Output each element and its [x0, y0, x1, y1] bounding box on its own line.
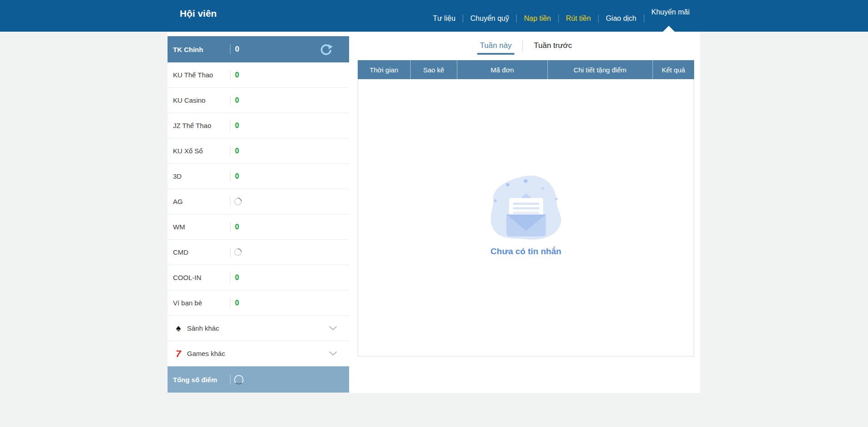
- refresh-icon[interactable]: [319, 43, 333, 57]
- loading-spinner: [233, 247, 244, 258]
- divider: [230, 171, 230, 181]
- balance-label: CMD: [173, 248, 230, 256]
- balance-label: JZ Thể Thao: [173, 122, 230, 129]
- balance-sidebar: TK Chính 0 KU Thể Thao 0 KU Casino 0 JZ …: [168, 36, 349, 393]
- balance-label: KU Xổ Số: [173, 147, 230, 155]
- balance-row-vi-ban-be: Ví bạn bè 0: [168, 290, 349, 316]
- tab-tuan-nay[interactable]: Tuần này: [479, 38, 513, 57]
- top-nav: Tư liệu Chuyển quỹ Nạp tiền Rút tiền Gia…: [426, 14, 697, 23]
- column-sao-ke: Sao kê: [411, 60, 457, 79]
- table-header: Thời gian Sao kê Mã đơn Chi tiết tặng đi…: [358, 60, 694, 79]
- column-ma-don: Mã đơn: [457, 60, 548, 79]
- top-header: Hội viên Tư liệu Chuyển quỹ Nạp tiền Rút…: [0, 0, 868, 32]
- divider: [230, 146, 230, 156]
- balance-label: KU Casino: [173, 96, 230, 104]
- balance-value: 0: [235, 71, 239, 79]
- balance-value: 0: [235, 274, 239, 282]
- balance-row-ku-the-thao: KU Thể Thao 0: [168, 62, 349, 88]
- column-chi-tiet-tang-diem: Chi tiết tặng điểm: [548, 60, 653, 79]
- divider: [230, 222, 230, 232]
- balance-label: KU Thể Thao: [173, 71, 230, 79]
- table-body: Chưa có tin nhắn: [358, 79, 694, 356]
- balance-row-wm: WM 0: [168, 214, 349, 240]
- nav-item-rut-tien[interactable]: Rút tiền: [559, 14, 599, 23]
- balance-value: 0: [235, 147, 239, 155]
- balance-value: 0: [235, 96, 239, 104]
- spade-icon: ♠: [173, 323, 183, 333]
- total-points-label: Tổng số điểm: [173, 376, 230, 384]
- column-ket-qua: Kết quả: [653, 60, 694, 79]
- active-nav-indicator: [663, 26, 675, 32]
- balance-row-cmd: CMD: [168, 240, 349, 265]
- divider: [230, 121, 230, 131]
- balance-row-ku-xo-so: KU Xổ Số 0: [168, 138, 349, 164]
- chevron-down-icon: [329, 324, 337, 332]
- divider: [230, 375, 230, 384]
- main-panel: TK Chính 0 KU Thể Thao 0 KU Casino 0 JZ …: [168, 32, 700, 393]
- balance-label: COOL-IN: [173, 274, 230, 281]
- divider: [230, 247, 230, 257]
- chevron-down-icon: [329, 350, 337, 358]
- balance-value: 0: [235, 122, 239, 130]
- empty-state: Chưa có tin nhắn: [486, 173, 566, 256]
- expander-sanh-khac[interactable]: ♠ Sảnh khác: [168, 316, 349, 341]
- expander-label: Games khác: [187, 350, 225, 357]
- nav-item-chuyen-quy[interactable]: Chuyển quỹ: [463, 14, 517, 23]
- divider: [523, 41, 523, 52]
- divider: [230, 95, 230, 105]
- balance-value: 0: [235, 299, 239, 307]
- column-thoi-gian: Thời gian: [358, 60, 411, 79]
- nav-item-tu-lieu[interactable]: Tư liệu: [426, 14, 463, 23]
- nav-item-khuyen-mai[interactable]: Khuyến mãi: [644, 8, 697, 16]
- balance-label: 3D: [173, 172, 230, 180]
- promotion-content: Tuần này Tuần trước Thời gian Sao kê Mã …: [358, 32, 694, 356]
- tab-tuan-truoc[interactable]: Tuần trước: [533, 38, 573, 57]
- total-points-row: Tổng số điểm: [168, 366, 349, 393]
- main-account-header: TK Chính 0: [168, 36, 349, 62]
- divider: [230, 273, 230, 283]
- seven-icon: 7: [173, 348, 183, 359]
- divider: [230, 298, 230, 308]
- nav-item-nap-tien[interactable]: Nạp tiền: [517, 14, 559, 23]
- balance-value: 0: [235, 172, 239, 180]
- empty-message: Chưa có tin nhắn: [486, 247, 566, 256]
- expander-games-khac[interactable]: 7 Games khác: [168, 341, 349, 366]
- balance-value: 0: [235, 223, 239, 231]
- main-account-label: TK Chính: [173, 46, 230, 53]
- nav-item-giao-dich[interactable]: Giao dịch: [599, 14, 644, 23]
- balance-label: AG: [173, 198, 230, 205]
- envelope-illustration: [486, 173, 566, 242]
- balance-label: WM: [173, 223, 230, 231]
- page-title: Hội viên: [180, 8, 217, 19]
- loading-spinner: [234, 375, 244, 384]
- divider: [230, 70, 230, 80]
- divider: [230, 197, 230, 207]
- balance-label: Ví bạn bè: [173, 299, 230, 307]
- balance-row-ag: AG: [168, 189, 349, 214]
- balance-row-ku-casino: KU Casino 0: [168, 88, 349, 113]
- main-account-value: 0: [235, 45, 239, 54]
- expander-label: Sảnh khác: [187, 324, 219, 332]
- balance-row-3d: 3D 0: [168, 164, 349, 189]
- loading-spinner: [233, 196, 244, 207]
- week-tabs: Tuần này Tuần trước: [358, 32, 694, 60]
- balance-row-jz-the-thao: JZ Thể Thao 0: [168, 113, 349, 138]
- balance-row-cool-in: COOL-IN 0: [168, 265, 349, 290]
- divider: [230, 44, 230, 54]
